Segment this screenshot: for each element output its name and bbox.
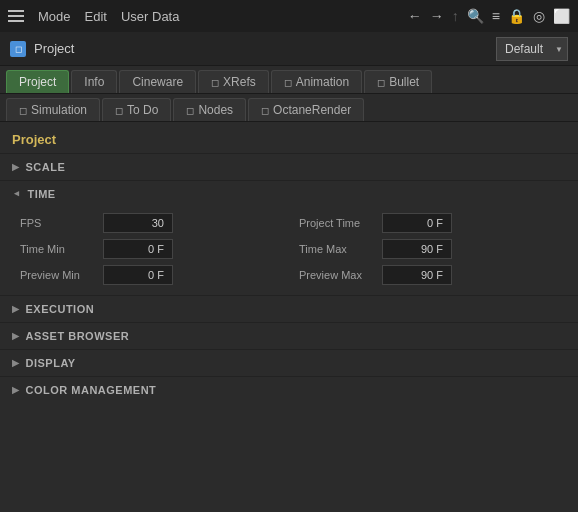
menu-mode[interactable]: Mode (38, 9, 71, 24)
search-icon[interactable]: 🔍 (467, 8, 484, 24)
time-right-fields: Project Time Time Max Preview Max (299, 213, 558, 285)
main-content: Project ▶ SCALE ▼ TIME FPS Time Min (0, 122, 578, 512)
simulation-icon: ◻ (19, 105, 27, 116)
time-max-input[interactable] (382, 239, 452, 259)
project-icon: ◻ (10, 41, 26, 57)
display-arrow-icon: ▶ (12, 358, 20, 368)
project-time-row: Project Time (299, 213, 558, 233)
filter-icon[interactable]: ≡ (492, 8, 500, 24)
execution-arrow-icon: ▶ (12, 304, 20, 314)
octane-icon: ◻ (261, 105, 269, 116)
group-color-management-title[interactable]: ▶ COLOR MANAGEMENT (0, 377, 578, 403)
forward-icon[interactable]: → (430, 8, 444, 24)
back-icon[interactable]: ← (408, 8, 422, 24)
tab-octanerender[interactable]: ◻ OctaneRender (248, 98, 364, 121)
tab-project-label: Project (19, 75, 56, 89)
tabs-row-2: ◻ Simulation ◻ To Do ◻ Nodes ◻ OctaneRen… (0, 94, 578, 122)
group-asset-browser-title[interactable]: ▶ ASSET BROWSER (0, 323, 578, 349)
group-time-title[interactable]: ▼ TIME (0, 181, 578, 207)
tab-cineware-label: Cineware (132, 75, 183, 89)
tab-info-label: Info (84, 75, 104, 89)
tab-todo[interactable]: ◻ To Do (102, 98, 171, 121)
tab-bullet-label: Bullet (389, 75, 419, 89)
tabs-row-1: Project Info Cineware ◻ XRefs ◻ Animatio… (0, 66, 578, 94)
group-time: ▼ TIME FPS Time Min Preview Min (0, 180, 578, 295)
tab-nodes-label: Nodes (198, 103, 233, 117)
hamburger-menu[interactable] (8, 10, 24, 22)
tab-xrefs-label: XRefs (223, 75, 256, 89)
group-execution-title[interactable]: ▶ EXECUTION (0, 296, 578, 322)
preset-dropdown[interactable]: Default Custom (496, 37, 568, 61)
group-execution: ▶ EXECUTION (0, 295, 578, 322)
group-time-label: TIME (27, 188, 55, 200)
group-color-management-label: COLOR MANAGEMENT (26, 384, 157, 396)
preview-min-row: Preview Min (20, 265, 279, 285)
time-arrow-icon: ▼ (12, 189, 22, 198)
preview-max-row: Preview Max (299, 265, 558, 285)
group-display-title[interactable]: ▶ DISPLAY (0, 350, 578, 376)
project-time-label: Project Time (299, 217, 374, 229)
group-asset-browser: ▶ ASSET BROWSER (0, 322, 578, 349)
group-display: ▶ DISPLAY (0, 349, 578, 376)
group-execution-label: EXECUTION (26, 303, 95, 315)
tab-bullet[interactable]: ◻ Bullet (364, 70, 432, 93)
target-icon[interactable]: ◎ (533, 8, 545, 24)
fps-row: FPS (20, 213, 279, 233)
xrefs-icon: ◻ (211, 77, 219, 88)
nodes-icon: ◻ (186, 105, 194, 116)
group-display-label: DISPLAY (26, 357, 76, 369)
color-management-arrow-icon: ▶ (12, 385, 20, 395)
project-time-input[interactable] (382, 213, 452, 233)
animation-icon: ◻ (284, 77, 292, 88)
group-scale-title[interactable]: ▶ SCALE (0, 154, 578, 180)
tab-octanerender-label: OctaneRender (273, 103, 351, 117)
bullet-icon: ◻ (377, 77, 385, 88)
preview-min-label: Preview Min (20, 269, 95, 281)
lock-icon[interactable]: 🔒 (508, 8, 525, 24)
tab-cineware[interactable]: Cineware (119, 70, 196, 93)
tab-simulation-label: Simulation (31, 103, 87, 117)
tab-animation-label: Animation (296, 75, 349, 89)
preview-max-label: Preview Max (299, 269, 374, 281)
preview-max-input[interactable] (382, 265, 452, 285)
menu-bar: Mode Edit User Data ← → ↑ 🔍 ≡ 🔒 ◎ ⬜ (0, 0, 578, 32)
preset-dropdown-wrapper[interactable]: Default Custom (496, 37, 568, 61)
preview-min-input[interactable] (103, 265, 173, 285)
todo-icon: ◻ (115, 105, 123, 116)
group-scale-label: SCALE (26, 161, 66, 173)
tab-animation[interactable]: ◻ Animation (271, 70, 362, 93)
project-bar: ◻ Project Default Custom (0, 32, 578, 66)
tab-nodes[interactable]: ◻ Nodes (173, 98, 246, 121)
time-min-input[interactable] (103, 239, 173, 259)
section-header: Project (0, 122, 578, 153)
time-max-label: Time Max (299, 243, 374, 255)
time-max-row: Time Max (299, 239, 558, 259)
time-fields-grid: FPS Time Min Preview Min Project (20, 213, 558, 285)
menu-user-data[interactable]: User Data (121, 9, 180, 24)
up-icon[interactable]: ↑ (452, 8, 459, 24)
tab-xrefs[interactable]: ◻ XRefs (198, 70, 269, 93)
group-asset-browser-label: ASSET BROWSER (26, 330, 130, 342)
menu-edit[interactable]: Edit (85, 9, 107, 24)
time-min-row: Time Min (20, 239, 279, 259)
project-title: Project (34, 41, 496, 56)
fps-input[interactable] (103, 213, 173, 233)
group-color-management: ▶ COLOR MANAGEMENT (0, 376, 578, 403)
expand-icon[interactable]: ⬜ (553, 8, 570, 24)
time-min-label: Time Min (20, 243, 95, 255)
tab-simulation[interactable]: ◻ Simulation (6, 98, 100, 121)
tab-info[interactable]: Info (71, 70, 117, 93)
time-group-content: FPS Time Min Preview Min Project (0, 207, 578, 295)
menu-icons: ← → ↑ 🔍 ≡ 🔒 ◎ ⬜ (408, 8, 570, 24)
group-scale: ▶ SCALE (0, 153, 578, 180)
scale-arrow-icon: ▶ (12, 162, 20, 172)
tab-todo-label: To Do (127, 103, 158, 117)
asset-browser-arrow-icon: ▶ (12, 331, 20, 341)
tab-project[interactable]: Project (6, 70, 69, 93)
fps-label: FPS (20, 217, 95, 229)
time-left-fields: FPS Time Min Preview Min (20, 213, 279, 285)
